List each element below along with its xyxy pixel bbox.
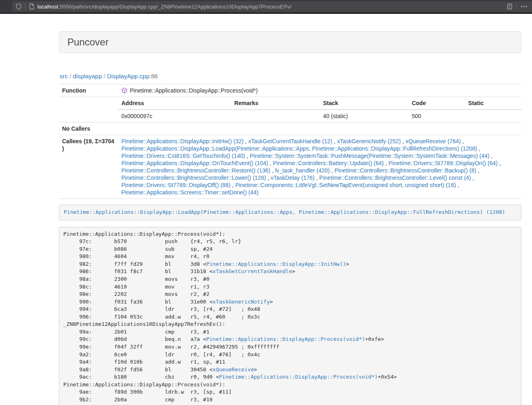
url-text[interactable]: localhost:5000/path/src/displayapp/Displ… [37, 4, 506, 10]
callee-link[interactable]: Pinetime::Drivers::St7789::DisplayOn() (… [388, 160, 498, 166]
stats-table-row: 0x0000097c40 (static)500 [118, 110, 521, 122]
urlbar-divider [516, 3, 517, 10]
callee-link[interactable]: lv_task_handler (420) [275, 167, 330, 174]
no-callers-label: No Callers [59, 123, 118, 135]
browser-toolbar: localhost:5000/path/src/displayapp/Displ… [0, 0, 532, 14]
breadcrumb-separator: / [68, 73, 73, 80]
highlighted-callee-box: Pinetime::Applications::DisplayApp::Load… [59, 205, 521, 220]
callee-link[interactable]: vTaskDelay (176) [271, 174, 314, 181]
stats-column-header: Address [118, 97, 231, 110]
function-row-label: Function [59, 84, 118, 97]
callee-link[interactable]: Pinetime::Applications::Screens::Timer::… [121, 189, 258, 196]
stats-cell: 500 [409, 110, 465, 122]
callee-link[interactable]: Pinetime::Drivers::St7789::DisplayOff() … [121, 182, 230, 188]
stats-column-header: Remarks [231, 97, 320, 110]
callee-link[interactable]: xQueueReceive (764) [405, 138, 461, 144]
breadcrumb: src / displayapp / DisplayApp.cpp:86 [60, 73, 521, 80]
callee-link[interactable]: Pinetime::Controllers::BrightnessControl… [334, 167, 476, 174]
function-row: Function Pinetime::Applications::Display… [59, 84, 521, 97]
tracking-protection-shield-icon[interactable] [15, 3, 22, 10]
asm-symbol-link[interactable]: xQueueReceive [213, 366, 254, 373]
callee-link[interactable]: Pinetime::Controllers::BrightnessControl… [319, 174, 471, 181]
callees-list: Pinetime::Applications::DisplayApp::Init… [118, 135, 521, 199]
page-identity-icon[interactable] [29, 3, 34, 10]
page-container: Puncover src / displayapp / DisplayApp.c… [59, 31, 521, 405]
callees-row: Callees (19, Σ=3704 ) Pinetime::Applicat… [59, 135, 521, 199]
callee-link[interactable]: xTaskGetCurrentTaskHandle (12) [248, 138, 332, 144]
stats-table-head-row: AddressRemarksStackCodeStatic [118, 97, 521, 110]
app-header-panel: Puncover [59, 31, 521, 53]
stats-table: AddressRemarksStackCodeStatic 0x0000097c… [118, 97, 521, 122]
function-name-cell: Pinetime::Applications::DisplayApp::Proc… [118, 84, 521, 97]
callee-link[interactable]: Pinetime::Components::LittleVgl::SetNewT… [235, 182, 456, 188]
function-name: Pinetime::Applications::DisplayApp::Proc… [130, 87, 258, 94]
callee-link[interactable]: Pinetime::Controllers::BrightnessControl… [121, 174, 266, 181]
stats-column-header: Static [465, 97, 521, 110]
breadcrumb-separator: / [102, 73, 107, 80]
breadcrumb-link[interactable]: src [60, 73, 68, 80]
callee-link[interactable]: Pinetime::Controllers::BrightnessControl… [121, 167, 270, 174]
stats-cell: 0x0000097c [118, 110, 231, 122]
callee-link[interactable]: Pinetime::Applications::DisplayApp::Load… [121, 145, 477, 152]
callee-link[interactable]: Pinetime::System::SystemTask::PushMessag… [250, 153, 490, 159]
stats-cell: 40 (static) [320, 110, 409, 122]
breadcrumb-line-number: :86 [149, 73, 158, 80]
asm-symbol-link[interactable]: Pinetime::Applications::DisplayApp::Init… [206, 261, 346, 267]
no-callers-row: No Callers [59, 123, 521, 135]
stats-cell [465, 110, 521, 122]
callees-label: Callees (19, Σ=3704 ) [59, 135, 118, 199]
cube-icon [121, 87, 127, 94]
stats-table-body: 0x0000097c40 (static)500 [118, 110, 521, 122]
breadcrumb-link[interactable]: DisplayApp.cpp [107, 73, 149, 80]
breadcrumb-link[interactable]: displayapp [73, 73, 102, 80]
url-host: localhost [37, 4, 58, 10]
stats-column-header: Code [409, 97, 465, 110]
stats-cell [231, 110, 320, 122]
urlbar-divider [25, 3, 26, 10]
reader-mode-icon[interactable] [506, 3, 513, 10]
stats-table-cell: AddressRemarksStackCodeStatic 0x0000097c… [118, 97, 521, 123]
callee-link[interactable]: xTaskGenericNotify (252) [337, 138, 401, 144]
asm-symbol-link[interactable]: Pinetime::Applications::DisplayApp::Proc… [206, 336, 365, 342]
url-path: :5000/path/src/displayapp/DisplayApp.cpp… [58, 4, 291, 10]
stats-column-header: Stack [320, 97, 409, 110]
more-actions-icon[interactable] [520, 3, 528, 10]
asm-symbol-link[interactable]: xTaskGenericNotify [213, 299, 270, 305]
disassembly-block: Pinetime::Applications::DisplayApp::Proc… [59, 227, 521, 405]
callee-link[interactable]: Pinetime::Applications::DisplayApp::OnTo… [121, 160, 268, 166]
callee-link[interactable]: Pinetime::Applications::DisplayApp::Init… [121, 138, 243, 144]
function-table: Function Pinetime::Applications::Display… [59, 84, 521, 199]
stats-row: AddressRemarksStackCodeStatic 0x0000097c… [59, 97, 521, 123]
callee-link[interactable]: Pinetime::Drivers::Cst816S::GetTouchInfo… [121, 153, 245, 159]
highlighted-callee-link[interactable]: Pinetime::Applications::DisplayApp::Load… [64, 209, 505, 215]
page-title: Puncover [67, 37, 513, 47]
stats-row-label [59, 97, 118, 123]
url-bar[interactable]: localhost:5000/path/src/displayapp/Displ… [12, 1, 532, 12]
asm-symbol-link[interactable]: xTaskGetCurrentTaskHandle [213, 268, 292, 274]
no-callers-content [118, 123, 521, 135]
asm-symbol-link[interactable]: Pinetime::Applications::DisplayApp::Proc… [219, 374, 378, 380]
callee-link[interactable]: Pinetime::Controllers::Battery::Update()… [273, 160, 384, 166]
